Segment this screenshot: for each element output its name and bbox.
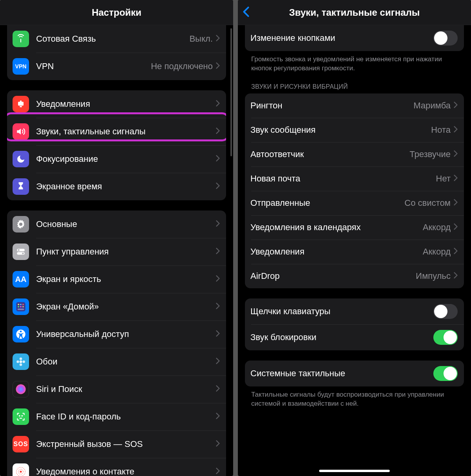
row-value: Нет [436, 174, 451, 184]
switch-change-with-buttons[interactable] [433, 31, 458, 46]
settings-row[interactable]: Экран «Домой» [7, 293, 226, 320]
chevron-right-icon [216, 385, 220, 393]
settings-row[interactable]: Универсальный доступ [7, 320, 226, 348]
row-label: Системные тактильные [250, 368, 433, 379]
chevron-right-icon [454, 150, 458, 158]
svg-rect-1 [20, 101, 22, 102]
row-label: Уведомления [250, 247, 423, 257]
vpn-icon: VPN [13, 58, 29, 75]
svg-point-26 [22, 416, 22, 416]
switch[interactable] [433, 330, 458, 345]
group-connectivity: Сотовая СвязьВыкл.VPNVPNНе подключено [7, 25, 226, 80]
svg-point-25 [19, 416, 20, 416]
svg-point-13 [18, 306, 19, 308]
svg-rect-16 [18, 309, 24, 310]
row-label: Уведомления о контакте [36, 467, 216, 476]
row-label: VPN [36, 61, 151, 71]
chevron-right-icon [216, 440, 220, 448]
row-label: Автоответчик [250, 149, 410, 159]
back-button[interactable] [243, 6, 250, 19]
svg-point-19 [20, 361, 22, 363]
aa-icon: AA [13, 271, 29, 287]
chevron-right-icon [216, 468, 220, 476]
switch[interactable] [433, 304, 458, 319]
row-change-with-buttons[interactable]: Изменение кнопками [245, 25, 464, 51]
settings-row[interactable]: Уведомления [7, 90, 226, 118]
settings-row[interactable]: Фокусирование [7, 145, 226, 173]
row-label: Уведомления в календарях [250, 222, 423, 233]
row-system-haptics[interactable]: Системные тактильные [245, 361, 464, 386]
sos-icon: SOS [13, 436, 29, 452]
flower-icon [13, 353, 29, 370]
svg-point-12 [22, 304, 24, 305]
svg-point-21 [20, 363, 22, 366]
chevron-right-icon [216, 183, 220, 190]
svg-point-6 [18, 249, 19, 251]
row-label: Экранное время [36, 181, 216, 192]
settings-row[interactable]: Обои [7, 348, 226, 375]
row-label: Рингтон [250, 101, 413, 111]
hourglass-icon [13, 178, 29, 195]
switches-icon [13, 243, 29, 260]
header: Настройки [0, 0, 233, 25]
chevron-right-icon [454, 223, 458, 231]
sound-row[interactable]: РингтонМаримба [245, 93, 464, 118]
settings-row[interactable]: Сотовая СвязьВыкл. [7, 25, 226, 53]
section-header-sounds: ЗВУКИ И РИСУНКИ ВИБРАЦИЙ [251, 83, 458, 90]
settings-row[interactable]: SOSЭкстренный вызов — SOS [7, 430, 226, 458]
settings-screen: Настройки Сотовая СвязьВыкл.VPNVPNНе под… [0, 0, 233, 476]
row-label: Уведомления [36, 99, 216, 109]
settings-row[interactable]: Звуки, тактильные сигналы [7, 118, 226, 145]
svg-rect-2 [20, 106, 22, 107]
sounds-content[interactable]: Изменение кнопками Громкость звонка и ув… [238, 25, 471, 476]
svg-point-20 [20, 357, 22, 360]
row-label: Фокусирование [36, 154, 216, 164]
settings-row[interactable]: Face ID и код-пароль [7, 403, 226, 430]
scrollbar[interactable] [230, 28, 232, 156]
chevron-right-icon [454, 102, 458, 110]
sound-row[interactable]: Звук сообщенияНота [245, 118, 464, 142]
row-label: Экран «Домой» [36, 302, 216, 312]
chevron-right-icon [454, 175, 458, 183]
sounds-screen: Звуки, тактильные сигналы Изменение кноп… [238, 0, 471, 476]
group-system-sounds: Щелчки клавиатурыЗвук блокировки [245, 298, 464, 350]
settings-row[interactable]: Экранное время [7, 173, 226, 200]
svg-point-24 [16, 384, 26, 394]
row-label: Siri и Поиск [36, 384, 216, 394]
settings-row[interactable]: AAЭкран и яркость [7, 265, 226, 293]
siri-icon [13, 381, 29, 397]
settings-row[interactable]: Уведомления о контакте [7, 458, 226, 476]
row-label: Звук сообщения [250, 125, 431, 135]
chevron-right-icon [454, 272, 458, 280]
contact-icon [13, 463, 29, 476]
sound-row[interactable]: ОтправленныеСо свистом [245, 191, 464, 215]
settings-row[interactable]: Пункт управления [7, 238, 226, 265]
footer-change-with-buttons: Громкость звонка и уведомлений не изменя… [251, 55, 458, 73]
switch-system-haptics[interactable] [433, 366, 458, 381]
row-value: Выкл. [190, 34, 213, 44]
settings-content[interactable]: Сотовая СвязьВыкл.VPNVPNНе подключено Ув… [0, 25, 233, 476]
row-value: Не подключено [151, 61, 213, 71]
settings-row[interactable]: VPNVPNНе подключено [7, 53, 226, 80]
chevron-right-icon [216, 155, 220, 163]
speaker-icon [13, 123, 29, 140]
group-general: ОсновныеПункт управленияAAЭкран и яркост… [7, 211, 226, 476]
home-indicator[interactable] [319, 470, 390, 472]
chevron-right-icon [216, 248, 220, 256]
sound-row[interactable]: Новая почтаНет [245, 167, 464, 191]
faceid-icon [13, 408, 29, 425]
chevron-right-icon [216, 100, 220, 108]
sound-row[interactable]: АвтоответчикТрезвучие [245, 142, 464, 167]
svg-point-4 [19, 223, 22, 226]
row-value: Со свистом [405, 198, 451, 208]
chevron-right-icon [216, 330, 220, 338]
toggle-row[interactable]: Звук блокировки [245, 324, 464, 350]
settings-row[interactable]: Основные [7, 211, 226, 238]
row-label: Основные [36, 219, 216, 229]
sound-row[interactable]: AirDropИмпульс [245, 264, 464, 288]
toggle-row[interactable]: Щелчки клавиатуры [245, 298, 464, 324]
settings-row[interactable]: Siri и Поиск [7, 375, 226, 403]
row-value: Аккорд [423, 247, 451, 257]
sound-row[interactable]: Уведомления в календаряхАккорд [245, 215, 464, 240]
sound-row[interactable]: УведомленияАккорд [245, 240, 464, 264]
